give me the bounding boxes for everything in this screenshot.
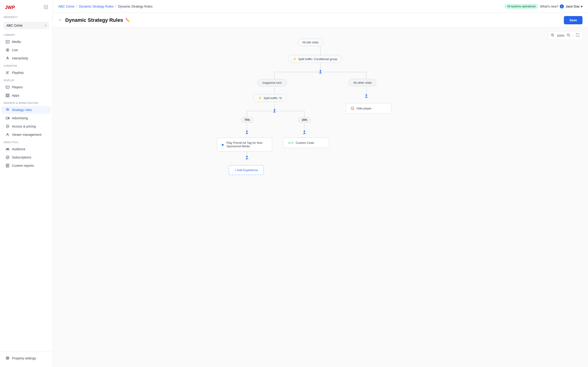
play-icon: ▶ <box>222 143 224 146</box>
property-name: ABC Crime <box>6 24 23 27</box>
diagram-canvas[interactable]: 100% | <box>53 27 588 367</box>
node-root: All site visits <box>297 39 323 46</box>
sidebar-item-subscriptions-label: Subscriptions <box>12 156 31 159</box>
breadcrumb-sep-2: / <box>115 5 116 8</box>
sidebar-item-access-pricing[interactable]: Access & pricing <box>2 123 51 130</box>
root-node-label: All site visits <box>302 41 319 44</box>
sidebar-item-interactivity-label: Interactivity <box>12 56 28 60</box>
main-area: ABC Crime / Dynamic Strategy Rules / Dyn… <box>53 0 588 367</box>
sidebar-item-live[interactable]: Live <box>2 46 51 54</box>
audience-icon <box>6 147 10 151</box>
chevron-down-icon: ▾ <box>45 24 46 27</box>
node-custom-code[interactable]: </> Custom Code <box>283 138 329 148</box>
breadcrumb-abc-crime[interactable]: ABC Crime <box>58 5 74 8</box>
content-area: ← Dynamic Strategy Rules ✏️ Save 100% | <box>53 13 588 367</box>
status-badge: All systems operational <box>504 4 538 9</box>
analytics-label: ANALYTICS <box>0 139 52 145</box>
node-split-traffic-conditional[interactable]: ⚡ Split traffic: Conditional group <box>288 55 342 63</box>
property-selector[interactable]: ABC Crime ▾ <box>4 22 49 29</box>
growth-label: GROWTH & MONETIZATION <box>0 100 52 106</box>
library-label: LIBRARY <box>0 31 52 38</box>
property-label: PROPERTY <box>0 14 52 20</box>
back-button[interactable]: ← <box>58 18 62 23</box>
whats-new-badge: 2 <box>560 4 564 8</box>
sidebar-item-playlists-label: Playlists <box>12 71 24 75</box>
sidebar-item-property-settings-label: Property settings <box>12 357 36 360</box>
svg-rect-14 <box>8 96 9 97</box>
zoom-in-button[interactable] <box>550 33 555 38</box>
add-experience-label[interactable]: + Add Experience <box>229 165 264 175</box>
settings-icon <box>6 356 10 360</box>
sidebar-item-playlists[interactable]: Playlists <box>2 69 51 77</box>
user-name: Jane Doe <box>566 5 579 8</box>
access-pricing-icon <box>6 124 10 128</box>
fork-icon-6 <box>364 94 369 99</box>
sidebar-item-subscriptions[interactable]: Subscriptions <box>2 153 51 161</box>
sidebar-item-property-settings[interactable]: Property settings <box>2 354 51 362</box>
fork-icon-3 <box>245 130 249 135</box>
breadcrumb-dynamic-strategy[interactable]: Dynamic Strategy Rules <box>79 5 113 8</box>
sidebar-item-custom-reports-label: Custom reports <box>12 164 34 167</box>
sidebar-item-players[interactable]: Players <box>2 83 51 91</box>
sidebar-item-strategy-rules[interactable]: Strategy rules <box>2 106 51 114</box>
sidebar-item-viewer-management[interactable]: Viewer management <box>2 131 51 139</box>
advertising-icon <box>6 116 10 120</box>
strategy-rules-icon <box>6 108 10 112</box>
node-add-experience[interactable]: + Add Experience <box>229 165 264 175</box>
display-label: DISPLAY <box>0 77 52 83</box>
svg-rect-4 <box>44 8 45 9</box>
breadcrumb-sep-1: / <box>76 5 77 8</box>
save-button[interactable]: Save <box>564 16 582 24</box>
node-magazine[interactable]: magazine.com <box>258 79 287 86</box>
sidebar-item-media-label: Media <box>12 40 21 44</box>
node-preroll[interactable]: ▶ Play Preroll Ad Tag for Non-Sponsored … <box>217 138 272 151</box>
subscriptions-icon <box>6 155 10 159</box>
page-title: Dynamic Strategy Rules ✏️ <box>65 17 130 23</box>
magazine-node-label: magazine.com <box>262 81 282 84</box>
players-icon <box>6 85 10 89</box>
sidebar-item-interactivity[interactable]: Interactivity <box>2 54 51 62</box>
sidebar-item-audience-label: Audience <box>12 147 25 151</box>
badge-75: 75% <box>241 118 253 122</box>
topbar: ABC Crime / Dynamic Strategy Rules / Dyn… <box>53 0 588 13</box>
svg-rect-15 <box>6 117 8 119</box>
node-hide-player[interactable]: 🚫 Hide player <box>346 103 392 114</box>
sidebar-item-media[interactable]: Media <box>2 38 51 46</box>
playlists-icon <box>6 71 10 75</box>
svg-rect-5 <box>46 8 48 9</box>
split-traffic-conditional-label: Split traffic: Conditional group <box>298 57 337 61</box>
zoom-level: 100% <box>557 34 564 37</box>
code-icon: </> <box>288 141 293 144</box>
sidebar-item-apps[interactable]: Apps <box>2 92 51 99</box>
sidebar-item-access-pricing-label: Access & pricing <box>12 125 36 128</box>
grid-icon[interactable] <box>44 5 48 10</box>
fork-icon-2 <box>272 109 277 114</box>
zoom-divider: | <box>573 34 573 37</box>
custom-code-node-label: Custom Code <box>296 141 314 144</box>
sidebar-item-viewer-management-label: Viewer management <box>12 133 41 136</box>
svg-point-18 <box>6 148 7 149</box>
curation-label: CURATION <box>0 62 52 69</box>
sidebar-item-strategy-rules-label: Strategy rules <box>12 108 32 112</box>
split-traffic-pct-label: Split traffic: % <box>264 96 282 100</box>
node-split-traffic-pct[interactable]: ⚡ Split traffic: % <box>253 94 287 102</box>
sidebar-item-advertising[interactable]: Advertising <box>2 114 51 122</box>
sidebar-bottom: Property settings <box>0 352 52 362</box>
property-section: ABC Crime ▾ <box>0 20 52 31</box>
zoom-out-button[interactable] <box>566 33 571 38</box>
zoom-reset-button[interactable] <box>575 33 580 38</box>
node-all-other[interactable]: All other visits <box>348 79 376 86</box>
whats-new[interactable]: What's new? 2 <box>540 4 564 8</box>
sidebar-item-live-label: Live <box>12 48 18 52</box>
svg-point-21 <box>7 358 8 359</box>
fork-icon-5 <box>245 156 249 161</box>
viewer-management-icon <box>6 133 10 137</box>
sidebar-item-custom-reports[interactable]: Custom reports <box>2 162 51 169</box>
sidebar-item-audience[interactable]: Audience <box>2 145 51 153</box>
svg-text:JWP: JWP <box>5 5 15 10</box>
interactivity-icon <box>6 56 10 60</box>
split-traffic-icon: ⚡ <box>293 57 296 61</box>
edit-icon[interactable]: ✏️ <box>125 18 130 22</box>
svg-point-8 <box>7 50 8 51</box>
user-menu[interactable]: Jane Doe ▾ <box>566 5 582 8</box>
